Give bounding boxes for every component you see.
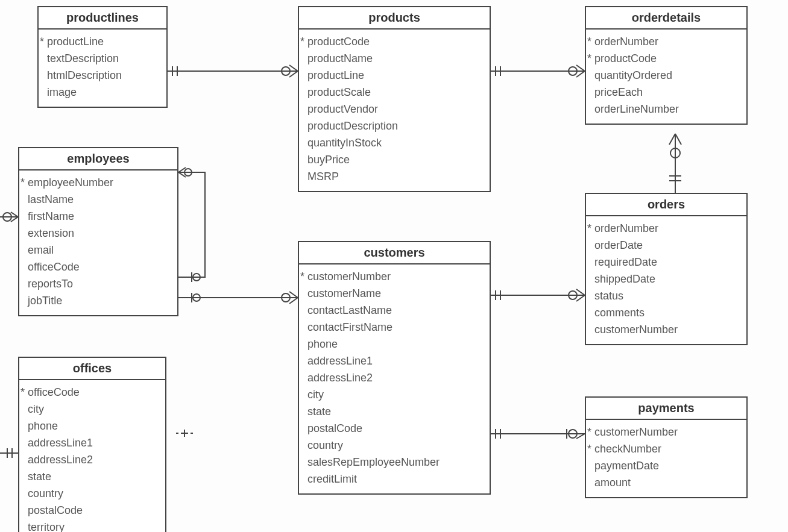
attr: orderDate [594, 237, 742, 254]
attr: amount [594, 474, 742, 491]
attr: productLine [47, 33, 162, 50]
attr: customerNumber [307, 268, 485, 285]
attr: state [307, 403, 485, 420]
svg-line-32 [178, 172, 186, 177]
svg-line-23 [576, 434, 585, 439]
entity-title: employees [19, 148, 177, 171]
attr: territory [28, 519, 160, 532]
svg-point-17 [569, 291, 577, 299]
svg-point-7 [569, 67, 577, 75]
svg-point-26 [193, 294, 200, 301]
attr: orderLineNumber [594, 101, 742, 117]
attr: city [307, 386, 485, 403]
attr: productVendor [307, 101, 485, 117]
svg-line-12 [675, 134, 681, 145]
entity-orders: orders orderNumber orderDate requiredDat… [585, 193, 748, 345]
entity-body: productLine textDescription htmlDescript… [39, 30, 166, 107]
svg-point-22 [569, 430, 577, 438]
entity-productlines: productlines productLine textDescription… [37, 6, 168, 108]
entity-products: products productCode productName product… [298, 6, 491, 192]
cursor-mark [176, 430, 193, 437]
entity-orderdetails: orderdetails orderNumber productCode qua… [585, 6, 748, 125]
attr: customerNumber [594, 424, 742, 440]
attr: addressLine2 [28, 451, 160, 468]
attr: state [28, 468, 160, 485]
attr: requiredDate [594, 254, 742, 271]
entity-title: products [299, 7, 490, 30]
entity-title: orders [586, 194, 746, 216]
svg-line-37 [11, 217, 18, 222]
attr: lastName [28, 191, 172, 208]
attr: productScale [307, 84, 485, 101]
attr: contactFirstName [307, 319, 485, 336]
attr: reportsTo [28, 275, 172, 292]
attr: textDescription [47, 50, 162, 67]
entity-body: productCode productName productLine prod… [299, 30, 490, 191]
attr: extension [28, 225, 172, 242]
entity-customers: customers customerNumber customerName co… [298, 241, 491, 495]
entity-body: customerNumber customerName contactLastN… [299, 264, 490, 493]
attr: addressLine2 [307, 369, 485, 386]
attr: customerNumber [594, 321, 742, 338]
attr: buyPrice [307, 151, 485, 168]
entity-offices: offices officeCode city phone addressLin… [18, 357, 166, 532]
svg-line-18 [576, 289, 585, 295]
attr: paymentDate [594, 457, 742, 474]
svg-line-36 [11, 212, 18, 217]
entity-body: orderNumber productCode quantityOrdered … [586, 30, 746, 124]
attr: productDescription [307, 117, 485, 134]
entity-title: payments [586, 398, 746, 420]
attr: addressLine1 [28, 434, 160, 451]
svg-line-31 [178, 167, 186, 172]
attr: checkNumber [594, 440, 742, 457]
attr: country [307, 437, 485, 454]
rel-employees-self [178, 172, 205, 277]
entity-title: orderdetails [586, 7, 746, 30]
attr: productCode [594, 50, 742, 67]
svg-point-2 [282, 67, 290, 75]
entity-title: productlines [39, 7, 166, 30]
attr: employeeNumber [28, 174, 172, 191]
attr: status [594, 287, 742, 304]
attr: addressLine1 [307, 352, 485, 369]
svg-point-30 [184, 169, 192, 176]
entity-body: customerNumber checkNumber paymentDate a… [586, 420, 746, 497]
entity-title: offices [19, 358, 165, 380]
svg-line-3 [289, 65, 298, 71]
attr: contactLastName [307, 302, 485, 319]
attr: postalCode [307, 420, 485, 437]
svg-line-29 [289, 298, 298, 304]
entity-employees: employees employeeNumber lastName firstN… [18, 147, 178, 316]
attr: productCode [307, 33, 485, 50]
attr: jobTitle [28, 292, 172, 309]
attr: creditLimit [307, 471, 485, 487]
attr: MSRP [307, 168, 485, 185]
attr: phone [307, 336, 485, 352]
attr: postalCode [28, 502, 160, 519]
svg-line-4 [289, 71, 298, 77]
attr: firstName [28, 208, 172, 225]
entity-body: officeCode city phone addressLine1 addre… [19, 380, 165, 532]
attr: city [28, 401, 160, 418]
attr: priceEach [594, 84, 742, 101]
attr: productName [307, 50, 485, 67]
attr: shippedDate [594, 271, 742, 287]
attr: quantityInStock [307, 134, 485, 151]
svg-point-10 [670, 148, 680, 158]
attr: htmlDescription [47, 67, 162, 84]
svg-line-11 [669, 134, 675, 145]
svg-line-28 [289, 292, 298, 298]
attr: quantityOrdered [594, 67, 742, 84]
attr: officeCode [28, 384, 160, 401]
attr: phone [28, 418, 160, 434]
attr: salesRepEmployeeNumber [307, 454, 485, 471]
svg-line-19 [576, 295, 585, 301]
svg-point-35 [3, 213, 11, 221]
svg-line-8 [576, 65, 585, 71]
attr: email [28, 242, 172, 258]
svg-point-27 [282, 293, 290, 302]
attr: comments [594, 304, 742, 321]
svg-point-34 [193, 274, 200, 281]
attr: orderNumber [594, 220, 742, 237]
entity-body: employeeNumber lastName firstName extens… [19, 171, 177, 315]
